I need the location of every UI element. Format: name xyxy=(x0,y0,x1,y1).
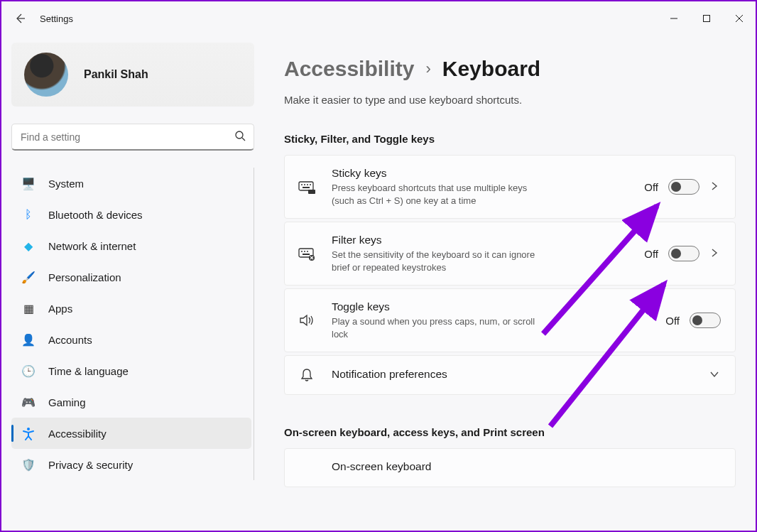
sidebar-item-label: Bluetooth & devices xyxy=(48,209,143,221)
sidebar: Pankil Shah 🖥️SystemᛒBluetooth & devices… xyxy=(1,36,264,531)
bell-icon xyxy=(298,367,316,383)
close-button[interactable] xyxy=(723,4,756,33)
svg-point-7 xyxy=(310,184,311,185)
card-on-screen-keyboard[interactable]: On-screen keyboard xyxy=(284,448,736,487)
sidebar-item-label: Network & internet xyxy=(48,240,136,252)
svg-rect-14 xyxy=(303,254,310,255)
sidebar-item-label: Accessibility xyxy=(48,428,107,440)
minimize-button[interactable] xyxy=(658,4,690,33)
card-filter-keys[interactable]: Filter keysSet the sensitivity of the ke… xyxy=(284,222,736,286)
sidebar-item-label: Time & language xyxy=(48,365,129,377)
sidebar-item-network-internet[interactable]: ◆Network & internet xyxy=(11,230,251,261)
main-content: Accessibility › Keyboard Make it easier … xyxy=(264,36,756,531)
profile-card[interactable]: Pankil Shah xyxy=(11,43,254,107)
svg-point-5 xyxy=(304,184,305,185)
personalization-icon: 🖌️ xyxy=(21,270,36,284)
card-toggle-keys[interactable]: Toggle keysPlay a sound when you press c… xyxy=(284,288,736,352)
breadcrumb-parent[interactable]: Accessibility xyxy=(284,57,414,81)
keyboard-icon xyxy=(298,180,316,194)
system-icon: 🖥️ xyxy=(21,176,36,190)
window-controls xyxy=(658,4,756,33)
card-title: Toggle keys xyxy=(332,300,650,313)
svg-point-6 xyxy=(307,184,308,185)
svg-point-4 xyxy=(301,184,303,185)
card-description: Play a sound when you press caps, num, o… xyxy=(332,315,545,340)
sidebar-item-label: Privacy & security xyxy=(48,459,133,471)
card-notification-preferences[interactable]: Notification preferences xyxy=(284,355,736,395)
card-title: Filter keys xyxy=(332,234,628,246)
page-description: Make it easier to type and use keyboard … xyxy=(284,94,736,106)
sidebar-item-system[interactable]: 🖥️System xyxy=(11,168,251,199)
toggle-switch[interactable] xyxy=(668,179,699,195)
sidebar-item-label: Accounts xyxy=(48,334,92,346)
sidebar-item-gaming[interactable]: 🎮Gaming xyxy=(11,386,251,418)
breadcrumb: Accessibility › Keyboard xyxy=(284,57,736,81)
card-title: On-screen keyboard xyxy=(332,460,705,473)
sidebar-item-label: Gaming xyxy=(48,396,86,408)
keyboard-x-icon xyxy=(298,246,316,261)
sound-icon xyxy=(298,313,316,327)
chevron-right-icon[interactable] xyxy=(709,181,721,192)
accounts-icon: 👤 xyxy=(21,332,36,347)
gaming-icon: 🎮 xyxy=(21,395,36,409)
toggle-switch[interactable] xyxy=(690,313,721,328)
chevron-right-icon[interactable] xyxy=(709,248,721,259)
accessibility-icon xyxy=(21,426,36,440)
search-input[interactable] xyxy=(11,124,254,151)
svg-point-12 xyxy=(304,251,305,252)
chevron-down-icon[interactable] xyxy=(709,369,721,381)
svg-rect-9 xyxy=(308,190,315,194)
svg-point-1 xyxy=(236,131,243,139)
toggle-label: Off xyxy=(644,248,658,260)
toggle-label: Off xyxy=(665,315,680,327)
app-title: Settings xyxy=(40,13,73,24)
sidebar-item-bluetooth-devices[interactable]: ᛒBluetooth & devices xyxy=(11,199,251,230)
svg-point-11 xyxy=(301,251,303,252)
svg-rect-3 xyxy=(299,182,313,190)
sidebar-item-privacy-security[interactable]: 🛡️Privacy & security xyxy=(11,449,251,480)
titlebar-left: Settings xyxy=(14,13,73,24)
profile-name: Pankil Shah xyxy=(84,68,148,81)
sidebar-item-accounts[interactable]: 👤Accounts xyxy=(11,324,251,355)
card-title: Sticky keys xyxy=(332,167,628,180)
titlebar: Settings xyxy=(1,1,756,36)
sidebar-item-accessibility[interactable]: Accessibility xyxy=(11,418,251,449)
back-button[interactable] xyxy=(14,13,26,24)
svg-rect-8 xyxy=(303,187,310,188)
maximize-button[interactable] xyxy=(690,4,723,33)
toggle-switch[interactable] xyxy=(668,246,699,261)
network-internet-icon: ◆ xyxy=(21,239,36,253)
sidebar-item-personalization[interactable]: 🖌️Personalization xyxy=(11,261,251,293)
section-title: Sticky, Filter, and Toggle keys xyxy=(284,133,736,145)
sidebar-item-label: Apps xyxy=(48,303,72,315)
section-title: On-screen keyboard, access keys, and Pri… xyxy=(284,426,736,438)
card-description: Press keyboard shortcuts that use multip… xyxy=(332,182,545,207)
card-sticky-keys[interactable]: Sticky keysPress keyboard shortcuts that… xyxy=(284,155,736,219)
time-language-icon: 🕒 xyxy=(21,364,36,378)
sidebar-item-label: System xyxy=(48,178,84,190)
search-wrap xyxy=(11,124,254,151)
breadcrumb-current: Keyboard xyxy=(442,57,540,81)
svg-rect-0 xyxy=(704,16,710,22)
sidebar-item-apps[interactable]: ▦Apps xyxy=(11,293,251,324)
svg-point-13 xyxy=(307,251,308,252)
privacy-security-icon: 🛡️ xyxy=(21,457,36,472)
apps-icon: ▦ xyxy=(21,301,36,315)
svg-point-2 xyxy=(27,428,30,430)
toggle-label: Off xyxy=(644,181,658,193)
breadcrumb-separator: › xyxy=(425,60,430,78)
sidebar-nav: 🖥️SystemᛒBluetooth & devices◆Network & i… xyxy=(11,168,254,480)
sidebar-item-time-language[interactable]: 🕒Time & language xyxy=(11,355,251,386)
avatar xyxy=(24,53,68,97)
search-icon[interactable] xyxy=(234,130,246,144)
card-title: Notification preferences xyxy=(332,368,694,381)
bluetooth-devices-icon: ᛒ xyxy=(21,207,36,222)
sidebar-item-label: Personalization xyxy=(48,271,121,283)
card-description: Set the sensitivity of the keyboard so i… xyxy=(332,249,545,273)
